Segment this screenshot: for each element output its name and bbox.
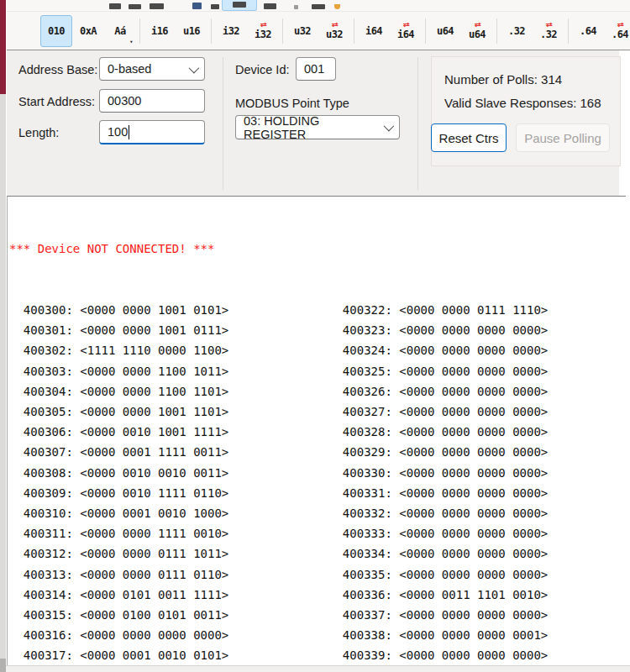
- partial-icon[interactable]: [312, 4, 325, 9]
- register-row-400326: 400326: <0000 0000 0000 0000>: [328, 381, 548, 402]
- chevron-down-icon: [189, 62, 200, 73]
- partial-icon[interactable]: [109, 3, 121, 9]
- toolbar-group: i64⇄i64: [358, 15, 422, 47]
- format-uint64-swapped-label: u64: [469, 29, 486, 40]
- format-ascii-label: Aá: [114, 25, 125, 37]
- toolbar-group: u64⇄u64: [429, 15, 493, 47]
- toolbar-separator: [282, 18, 283, 44]
- format-int16-label: i16: [151, 25, 168, 37]
- background-window-edge: [0, 0, 6, 672]
- register-row-400327: 400327: <0000 0000 0000 0000>: [328, 402, 548, 422]
- spacer: [328, 239, 548, 259]
- reset-counters-button[interactable]: Reset Ctrs: [431, 123, 507, 152]
- format-toolbar: 0100xAAá▾i16u16i32⇄i32u32⇄u32i64⇄i64u64⇄…: [7, 11, 630, 50]
- byte-swap-arrows-icon: ⇄: [617, 22, 622, 28]
- register-row-400330: 400330: <0000 0000 0000 0000>: [328, 463, 548, 483]
- partial-icon[interactable]: [129, 4, 141, 9]
- format-int32-swapped-label: i32: [255, 29, 271, 40]
- byte-swap-arrows-icon: ⇄: [331, 22, 337, 28]
- partial-icon-bulb[interactable]: [334, 4, 340, 9]
- device-id-label: Device Id:: [235, 63, 289, 76]
- length-label: Length:: [18, 126, 59, 139]
- responses-count: Valid Slave Responses: 168: [444, 96, 601, 110]
- format-float32-swapped-button[interactable]: ⇄.32: [533, 15, 564, 47]
- byte-swap-arrows-icon: ⇄: [402, 22, 408, 28]
- register-row-400314: 400314: <0000 0101 0011 1111>: [9, 585, 228, 605]
- format-uint64-label: u64: [437, 25, 454, 37]
- register-row-400328: 400328: <0000 0000 0000 0000>: [328, 422, 548, 442]
- format-uint32-label: u32: [294, 25, 311, 37]
- format-float64-swapped-label: .64: [612, 29, 628, 40]
- register-row-400301: 400301: <0000 0000 1001 0111>: [9, 320, 228, 340]
- format-int64-swapped-button[interactable]: ⇄i64: [390, 15, 422, 47]
- partial-icon-magnifier[interactable]: [264, 3, 276, 9]
- polls-count: Number of Polls: 314: [444, 72, 562, 87]
- format-uint16-button[interactable]: u16: [176, 15, 207, 47]
- partial-icon[interactable]: [150, 3, 164, 9]
- pause-polling-button[interactable]: Pause Polling: [516, 123, 610, 152]
- start-address-input[interactable]: 00300: [99, 89, 205, 113]
- toolbar-separator: [425, 18, 426, 44]
- register-row-400335: 400335: <0000 0000 0000 0000>: [328, 564, 548, 585]
- register-row-400309: 400309: <0000 0010 1111 0110>: [9, 483, 228, 503]
- format-float64-button[interactable]: .64: [572, 15, 604, 47]
- register-row-400323: 400323: <0000 0000 0000 0000>: [328, 320, 548, 340]
- format-uint32-swapped-label: u32: [326, 29, 343, 40]
- format-uint64-button[interactable]: u64: [429, 15, 461, 47]
- device-id-input[interactable]: 001: [296, 57, 336, 81]
- length-value: 100: [108, 125, 128, 139]
- register-row-400334: 400334: <0000 0000 0000 0000>: [328, 543, 548, 564]
- format-uint64-swapped-button[interactable]: ⇄u64: [461, 15, 493, 47]
- background-window-titlebar-strip: [0, 0, 6, 94]
- register-row-400307: 400307: <0000 0001 1111 0011>: [9, 442, 228, 462]
- statusbar-strip: [6, 665, 630, 672]
- register-row-400329: 400329: <0000 0000 0000 0000>: [328, 442, 548, 462]
- toolbar-group: 0100xAAá▾: [40, 15, 136, 47]
- format-float64-swapped-button[interactable]: ⇄.64: [604, 15, 630, 47]
- format-float32-label: .32: [508, 25, 525, 37]
- form-divider: [223, 57, 223, 190]
- format-int32-button[interactable]: i32: [215, 15, 247, 47]
- register-row-400325: 400325: <0000 0000 0000 0000>: [328, 361, 548, 381]
- format-int32-swapped-button[interactable]: ⇄i32: [247, 15, 279, 47]
- format-ascii-button[interactable]: Aá▾: [104, 15, 136, 47]
- register-row-400339: 400339: <0000 0000 0000 0000>: [328, 645, 548, 665]
- register-row-400300: 400300: <0000 0000 1001 0101>: [9, 300, 228, 320]
- format-int64-button[interactable]: i64: [358, 15, 390, 47]
- register-data-view[interactable]: *** Device NOT CONNECTED! *** 400300: <0…: [7, 196, 626, 665]
- register-row-400317: 400317: <0000 0001 0010 0101>: [9, 645, 228, 665]
- format-uint32-button[interactable]: u32: [286, 15, 318, 47]
- toolbar-group: .32⇄.32: [501, 15, 564, 47]
- register-row-400310: 400310: <0000 0001 0010 1000>: [9, 503, 228, 523]
- toolbar-group: i32⇄i32: [215, 15, 279, 47]
- register-row-400333: 400333: <0000 0000 0000 0000>: [328, 523, 548, 543]
- partial-icon[interactable]: [211, 4, 219, 9]
- format-float32-swapped-label: .32: [540, 29, 557, 40]
- toolbar-group: .64⇄.64: [572, 15, 630, 47]
- format-int32-label: i32: [223, 25, 239, 37]
- register-row-400322: 400322: <0000 0000 0111 1110>: [328, 300, 548, 320]
- format-int64-swapped-label: i64: [397, 29, 414, 40]
- toolbar-group: i16u16: [144, 15, 207, 47]
- dropdown-caret-icon: ▾: [129, 39, 133, 45]
- address-base-select[interactable]: 0-based: [99, 57, 205, 81]
- register-row-400313: 400313: <0000 0000 0111 0110>: [9, 564, 228, 585]
- register-row-400337: 400337: <0000 0000 0000 0000>: [328, 605, 548, 625]
- start-address-value: 00300: [108, 94, 141, 108]
- text-caret: [129, 125, 129, 139]
- format-uint32-swapped-button[interactable]: ⇄u32: [318, 15, 350, 47]
- format-binary-button[interactable]: 010: [40, 15, 72, 47]
- length-input[interactable]: 100: [99, 120, 205, 144]
- partial-icon-selected[interactable]: [222, 0, 257, 11]
- point-type-select[interactable]: 03: HOLDING REGISTER: [235, 115, 400, 139]
- chevron-down-icon: [384, 121, 395, 132]
- start-address-label: Start Address:: [18, 95, 95, 108]
- register-row-400336: 400336: <0000 0011 1101 0010>: [328, 585, 548, 605]
- format-int16-button[interactable]: i16: [144, 15, 176, 47]
- partial-icon[interactable]: [192, 3, 202, 9]
- format-float32-button[interactable]: .32: [501, 15, 533, 47]
- partial-separator: [294, 5, 298, 9]
- register-row-400316: 400316: <0000 0000 0000 0000>: [9, 625, 228, 645]
- format-hex-button[interactable]: 0xA: [72, 15, 104, 47]
- register-column-right: 400322: <0000 0000 0111 1110> 400323: <0…: [328, 198, 548, 665]
